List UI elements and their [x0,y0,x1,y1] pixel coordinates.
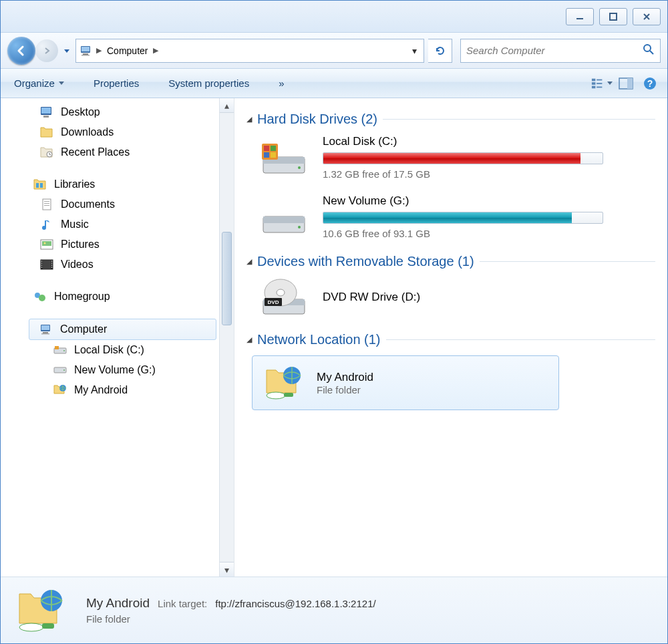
svg-point-41 [51,267,53,268]
section-removable-storage: ◢ Devices with Removable Storage (1) [246,254,655,269]
desktop-icon [39,105,54,120]
refresh-button[interactable] [428,39,452,63]
svg-point-68 [277,289,285,296]
sidebar-homegroup-group: Homegroup [1,287,234,307]
minimize-button[interactable] [566,8,594,25]
drive-icon [53,363,67,377]
sidebar-scrollbar[interactable]: ▴ ▾ [219,98,234,577]
svg-rect-61 [271,152,276,158]
organize-label: Organize [14,77,55,89]
address-bar: ▶ Computer ▶ ▾ [1,33,667,69]
close-button[interactable] [633,8,661,25]
sidebar-item-label: Downloads [61,126,114,138]
sidebar-item-videos[interactable]: Videos [1,255,234,275]
maximize-button[interactable] [599,8,627,25]
sidebar-item-new-volume-g[interactable]: New Volume (G:) [1,360,234,380]
homegroup-icon [33,289,47,304]
search-icon[interactable] [643,43,655,57]
organize-menu[interactable]: Organize [7,75,71,92]
svg-text:DVD: DVD [268,299,279,305]
svg-rect-7 [592,78,595,81]
svg-rect-0 [576,18,583,19]
address-dropdown[interactable]: ▾ [408,45,421,56]
svg-rect-46 [43,332,48,333]
collapse-icon[interactable]: ◢ [246,335,252,344]
sidebar-libraries-group: Libraries Documents Music Pictures Video… [1,174,234,275]
network-folder-icon [14,587,70,635]
help-button[interactable]: ? [639,74,661,93]
sidebar-item-label: Libraries [54,178,95,190]
search-input[interactable] [466,45,643,56]
scroll-up-icon[interactable]: ▴ [220,98,234,113]
downloads-folder-icon [39,125,54,140]
breadcrumb-computer[interactable]: Computer [104,45,150,56]
svg-rect-22 [40,183,43,188]
view-options-button[interactable] [591,74,613,93]
svg-rect-76 [42,623,54,629]
scrollbar-thumb[interactable] [222,232,232,325]
libraries-icon [33,177,47,192]
svg-rect-59 [271,146,276,151]
toolbar-overflow[interactable]: » [272,75,291,92]
drive-new-volume-g[interactable]: New Volume (G:) 10.6 GB free of 93.1 GB [257,194,655,239]
svg-rect-73 [284,393,293,397]
sidebar-item-local-disk-c[interactable]: Local Disk (C:) [1,340,234,360]
dvd-drive-icon: DVD [257,277,311,317]
toolbar: Organize Properties System properties » … [1,69,667,98]
content-area: ▴ ▾ Desktop Downloads Recent Places [1,98,667,577]
forward-button[interactable] [35,39,58,62]
sidebar-item-computer[interactable]: Computer [29,319,216,340]
divider [480,261,655,262]
svg-rect-60 [264,152,269,158]
divider [386,339,655,340]
chevron-right-icon[interactable]: ▶ [152,46,160,55]
section-network-location: ◢ Network Location (1) [246,332,655,347]
system-properties-button[interactable]: System properties [162,75,256,92]
properties-button[interactable]: Properties [87,75,146,92]
svg-rect-9 [592,86,595,88]
svg-point-6 [644,45,651,51]
sidebar-item-desktop[interactable]: Desktop [1,102,234,122]
svg-rect-10 [597,79,602,80]
sidebar-item-pictures[interactable]: Pictures [1,234,234,255]
network-folder-icon [53,383,67,397]
drive-name: New Volume (G:) [323,194,603,208]
drive-dvd-rw[interactable]: DVD DVD RW Drive (D:) [257,277,655,317]
svg-rect-50 [55,346,59,349]
sidebar-item-my-android[interactable]: My Android [1,380,234,400]
drive-local-disk-c[interactable]: Local Disk (C:) 1.32 GB free of 17.5 GB [257,135,655,180]
details-link-target: ftp://zfranciscus@192.168.1.3:2121/ [215,598,375,609]
sidebar-item-label: Documents [61,198,115,210]
nav-history-dropdown[interactable] [62,39,71,62]
network-location-type: File folder [317,384,373,395]
sidebar-item-downloads[interactable]: Downloads [1,122,234,142]
network-location-my-android[interactable]: My Android File folder [252,355,559,410]
preview-pane-button[interactable] [615,74,637,93]
sidebar-item-homegroup[interactable]: Homegroup [1,287,234,307]
details-link-target-label: Link target: [158,598,207,609]
sidebar-item-recent-places[interactable]: Recent Places [1,142,234,162]
back-button[interactable] [7,37,35,65]
search-box[interactable] [460,39,661,63]
collapse-icon[interactable]: ◢ [246,257,252,266]
section-hard-disk-drives: ◢ Hard Disk Drives (2) [246,112,655,127]
sidebar-item-label: Pictures [61,238,100,251]
svg-point-49 [63,350,65,351]
section-title: Network Location (1) [257,332,381,347]
svg-rect-21 [36,183,39,188]
dvd-drive-name: DVD RW Drive (D:) [323,291,420,304]
pictures-icon [39,237,54,252]
collapse-icon[interactable]: ◢ [246,115,252,124]
computer-icon [79,43,94,58]
svg-point-56 [298,166,301,169]
scroll-down-icon[interactable]: ▾ [220,562,234,577]
sidebar-item-music[interactable]: Music [1,214,234,234]
sidebar-item-documents[interactable]: Documents [1,194,234,214]
svg-rect-29 [42,241,51,246]
documents-icon [39,197,54,212]
network-folder-icon [263,364,306,401]
breadcrumb-bar[interactable]: ▶ Computer ▶ ▾ [75,39,424,63]
chevron-right-icon[interactable]: ▶ [95,46,103,55]
svg-rect-19 [43,116,49,118]
sidebar-item-libraries[interactable]: Libraries [1,174,234,194]
